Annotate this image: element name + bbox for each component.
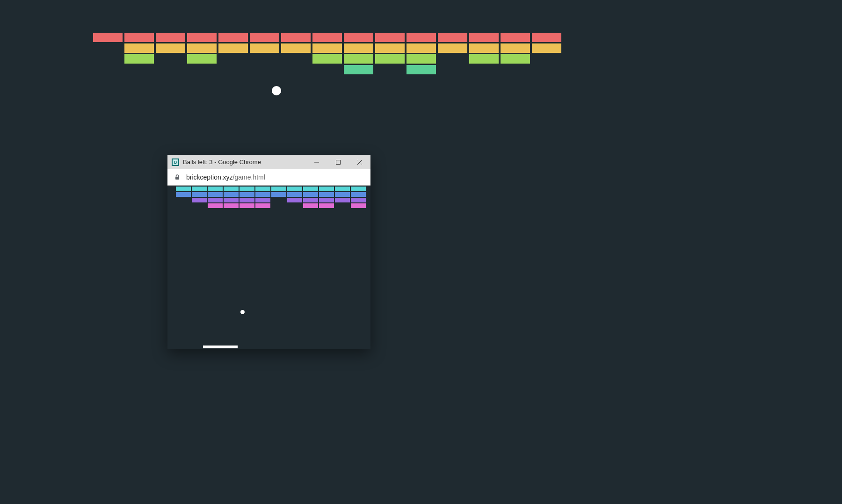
lock-icon	[174, 174, 181, 180]
inner-brick	[224, 187, 239, 191]
outer-brick	[469, 43, 499, 53]
popup-titlebar[interactable]: B Balls left: 3 - Google Chrome	[167, 155, 370, 169]
inner-brick	[351, 203, 366, 208]
svg-rect-0	[336, 160, 341, 164]
minimize-button[interactable]	[306, 155, 327, 169]
outer-brick	[406, 54, 436, 64]
outer-brick	[124, 43, 154, 53]
outer-brick	[344, 43, 373, 53]
outer-brick	[250, 33, 279, 42]
inner-brick	[351, 187, 366, 191]
outer-brick	[250, 43, 279, 53]
close-button[interactable]	[349, 155, 370, 169]
outer-ball	[272, 86, 281, 95]
outer-brick	[344, 33, 373, 42]
inner-brick	[303, 198, 318, 202]
outer-brick	[156, 33, 185, 42]
inner-brick	[224, 203, 239, 208]
inner-brick	[351, 198, 366, 202]
inner-brick	[351, 192, 366, 197]
inner-brick	[255, 198, 270, 202]
inner-brick	[208, 198, 223, 202]
outer-brick	[187, 33, 217, 42]
inner-brick	[192, 187, 207, 191]
inner-brick	[335, 187, 350, 191]
outer-brick	[312, 33, 342, 42]
outer-brick	[93, 33, 123, 42]
outer-brick	[281, 33, 311, 42]
outer-brick	[532, 43, 561, 53]
outer-brick	[187, 43, 217, 53]
inner-brick	[240, 198, 254, 202]
inner-brick	[192, 192, 207, 197]
inner-brick	[287, 187, 302, 191]
inner-brick	[240, 192, 254, 197]
paddle[interactable]	[203, 346, 238, 348]
inner-brick	[319, 198, 334, 202]
outer-brick	[187, 54, 217, 64]
popup-title: Balls left: 3 - Google Chrome	[183, 158, 306, 166]
inner-brick	[208, 203, 223, 208]
game-stage[interactable]: B Balls left: 3 - Google Chrome brickcep…	[0, 0, 842, 504]
inner-brick	[287, 192, 302, 197]
outer-brick	[375, 33, 405, 42]
outer-brick	[469, 33, 499, 42]
outer-brick	[124, 54, 154, 64]
outer-brick	[312, 43, 342, 53]
inner-brick	[208, 192, 223, 197]
inner-brick	[192, 198, 207, 202]
outer-brick	[375, 54, 405, 64]
favicon-icon: B	[172, 158, 179, 166]
inner-brick	[303, 192, 318, 197]
inner-brick	[240, 187, 254, 191]
inner-brick	[208, 187, 223, 191]
outer-brick	[218, 33, 248, 42]
inner-brick	[224, 192, 239, 197]
outer-brick	[344, 54, 373, 64]
inner-brick	[224, 198, 239, 202]
outer-brick	[218, 43, 248, 53]
outer-brick	[501, 33, 530, 42]
outer-brick	[406, 33, 436, 42]
address-bar[interactable]: brickception.xyz/game.html	[167, 169, 370, 186]
outer-brick	[375, 43, 405, 53]
outer-brick	[532, 33, 561, 42]
popup-window[interactable]: B Balls left: 3 - Google Chrome brickcep…	[167, 155, 370, 349]
inner-brick	[271, 192, 286, 197]
outer-brick	[438, 33, 467, 42]
svg-rect-1	[175, 177, 179, 180]
outer-brick	[406, 43, 436, 53]
inner-ball	[240, 310, 245, 314]
inner-game-area[interactable]	[167, 186, 370, 349]
outer-brick	[501, 54, 530, 64]
inner-brick	[303, 203, 318, 208]
inner-brick	[255, 187, 270, 191]
inner-brick	[255, 203, 270, 208]
inner-brick	[176, 187, 191, 191]
inner-brick	[319, 203, 334, 208]
outer-brick	[469, 54, 499, 64]
inner-brick	[176, 192, 191, 197]
inner-brick	[335, 192, 350, 197]
url-host: brickception.xyz	[186, 173, 233, 181]
outer-brick	[156, 43, 185, 53]
outer-brick	[281, 43, 311, 53]
maximize-button[interactable]	[327, 155, 349, 169]
inner-brick	[335, 198, 350, 202]
inner-brick	[319, 187, 334, 191]
inner-brick	[319, 192, 334, 197]
outer-brick	[406, 65, 436, 74]
outer-brick	[312, 54, 342, 64]
inner-brick	[303, 187, 318, 191]
outer-brick	[344, 65, 373, 74]
inner-brick	[255, 192, 270, 197]
outer-brick	[438, 43, 467, 53]
inner-brick	[240, 203, 254, 208]
url-path: /game.html	[233, 173, 265, 181]
inner-brick	[271, 187, 286, 191]
outer-brick	[501, 43, 530, 53]
inner-brick	[287, 198, 302, 202]
outer-brick	[124, 33, 154, 42]
